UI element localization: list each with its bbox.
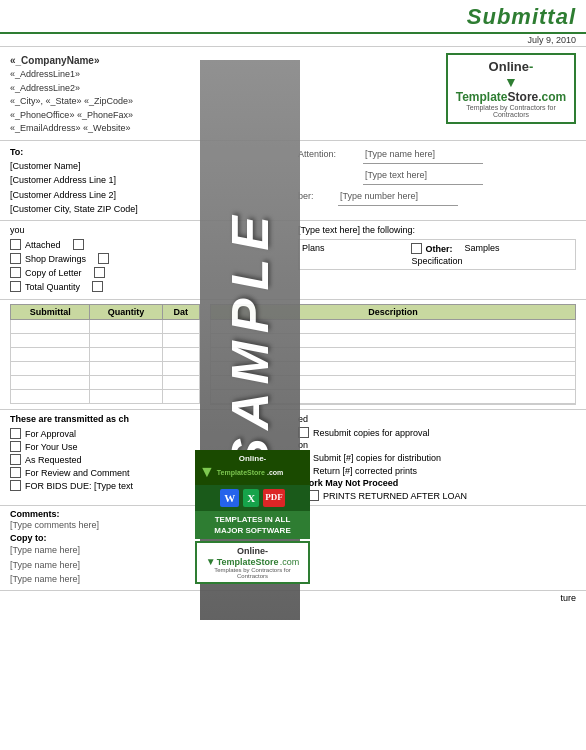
company-address2: «_AddressLine2» [10,82,133,96]
attached-checkbox2[interactable] [73,239,84,250]
copy-letter-label: Copy of Letter [25,268,82,278]
shop-drawings-checkbox2[interactable] [98,253,109,264]
total-quantity-label: Total Quantity [25,282,80,292]
as-requested-label: As Requested [25,455,82,465]
attached-label: Attached [25,240,61,250]
prints-label: PRINTS RETURNED AFTER LOAN [323,491,467,501]
table-left: Submittal Quantity Dat [10,304,200,405]
company-name: «_CompanyName» [10,53,133,68]
ad-overlay[interactable]: Online- ▼ TemplateStore.com W X PDF TEMP… [195,450,310,584]
type-text-row: [Type text here] [298,166,576,185]
excel-icon: X [243,489,259,507]
logo-box: Online- ▼ TemplateStore.com Templates by… [446,53,576,124]
col-quantity: Quantity [90,305,162,320]
for-your-use-label: For Your Use [25,442,78,452]
work-notice: /Work May Not Proceed [298,478,576,488]
company-info: «_CompanyName» «_AddressLine1» «_Address… [10,53,133,136]
date-bar: July 9, 2010 [0,34,586,47]
ad-logo-bottom: Online- ▼ TemplateStore.com Templates by… [195,541,310,584]
submit-copies-row: Submit [#] copies for distribution [298,452,576,463]
comments-value[interactable]: [Type comments here] [10,520,99,530]
col-submittal: Submittal [11,305,90,320]
ad-logo-line1: Online- [199,454,306,463]
copy-to-value: [Type name here] [Type name here] [Type … [10,543,99,586]
logo-line2: TemplateStore.com [454,90,568,104]
for-approval-label: For Approval [25,429,76,439]
attention-row: Attention: [Type name here] [298,145,576,164]
other-checkbox[interactable] [411,243,422,254]
total-quantity-checkbox2[interactable] [92,281,103,292]
table-row [11,334,200,348]
ad-bottom-text: TEMPLATES IN ALL MAJOR SOFTWARE [195,511,310,539]
check-right: [Type text here] the following: Plans Ot… [298,225,576,295]
ad-top: Online- ▼ TemplateStore.com [195,450,310,485]
plans-label: Plans [302,243,409,254]
company-email: «_EmailAddress» «_Website» [10,122,133,136]
copy-to-1: [Type name here] [10,543,99,557]
attention-value[interactable]: [Type name here] [363,145,483,164]
prints-row: PRINTS RETURNED AFTER LOAN [298,490,576,501]
date-label: July 9, 2010 [527,35,576,45]
comments-block: Comments: [Type comments here] Copy to: … [10,509,99,586]
for-bids-checkbox[interactable] [10,480,21,491]
approved-suffix: ed [298,414,576,424]
other-label: Other: [425,244,452,254]
shop-drawings-checkbox[interactable] [10,253,21,264]
table-row [11,362,200,376]
resubmit-label: Resubmit copies for approval [313,428,430,438]
samples-label: Samples [465,243,572,254]
copy-letter-checkbox[interactable] [10,267,21,278]
for-review-label: For Review and Comment [25,468,130,478]
header: Submittal [0,0,586,34]
copy-letter-checkbox2[interactable] [94,267,105,278]
attention-label: Attention: [298,145,358,163]
comments-label: Comments: [10,509,60,519]
pdf-icon: PDF [263,489,285,507]
number-value[interactable]: [Type number here] [338,187,458,206]
page-title: Submittal [467,4,576,30]
submittal-table: Submittal Quantity Dat [10,304,200,404]
attached-checkbox[interactable] [10,239,21,250]
for-review-checkbox[interactable] [10,467,21,478]
for-your-use-checkbox[interactable] [10,441,21,452]
logo-tagline: Templates by Contractors for Contractors [454,104,568,118]
ad-logo-online: Online- [200,546,305,556]
logo-arrow: ▼ [454,74,568,90]
logo-line1: Online- [454,59,568,74]
for-bids-label: FOR BIDS DUE: [Type text [25,481,133,491]
specification-label: Specification [411,256,462,266]
for-approval-checkbox[interactable] [10,428,21,439]
number-row: ber: [Type number here] [298,187,576,206]
ad-logo-tagline: Templates by Contractors for Contractors [200,567,305,579]
table-row [11,390,200,404]
return-row: Return [#] corrected prints [298,465,576,476]
resubmit-row: Resubmit copies for approval [298,427,576,438]
table-row [11,320,200,334]
type-text-value[interactable]: [Type text here] [363,166,483,185]
copy-to-2: [Type name here] [10,558,99,572]
copy-to-3: [Type name here] [10,572,99,586]
table-row [11,348,200,362]
ad-logo-template: TemplateStore [217,557,279,567]
plans-grid: Plans Other: Samples Specification [298,239,576,270]
total-quantity-checkbox[interactable] [10,281,21,292]
we-send-text: [Type text here] the following: [298,225,576,235]
on-suffix: on [298,440,576,450]
to-right: Attention: [Type name here] [Type text h… [298,145,576,217]
trans-right: ed Resubmit copies for approval on Submi… [298,414,576,501]
col-date: Dat [162,305,199,320]
submit-copies-label: Submit [#] copies for distribution [313,453,441,463]
table-row [11,376,200,390]
ad-logo-line: ▼ TemplateStore.com [200,556,305,567]
return-label: Return [#] corrected prints [313,466,417,476]
ad-logo-line2: ▼ TemplateStore.com [199,463,306,481]
company-city-state: «_City», «_State» «_ZipCode» [10,95,133,109]
as-requested-checkbox[interactable] [10,454,21,465]
ad-icons: W X PDF [195,485,310,511]
sample-text: SAMPLE [220,208,280,473]
signature-suffix: ture [560,593,576,603]
copy-to-label: Copy to: [10,533,99,543]
number-label: ber: [298,187,333,205]
company-address1: «_AddressLine1» [10,68,133,82]
word-icon: W [220,489,239,507]
